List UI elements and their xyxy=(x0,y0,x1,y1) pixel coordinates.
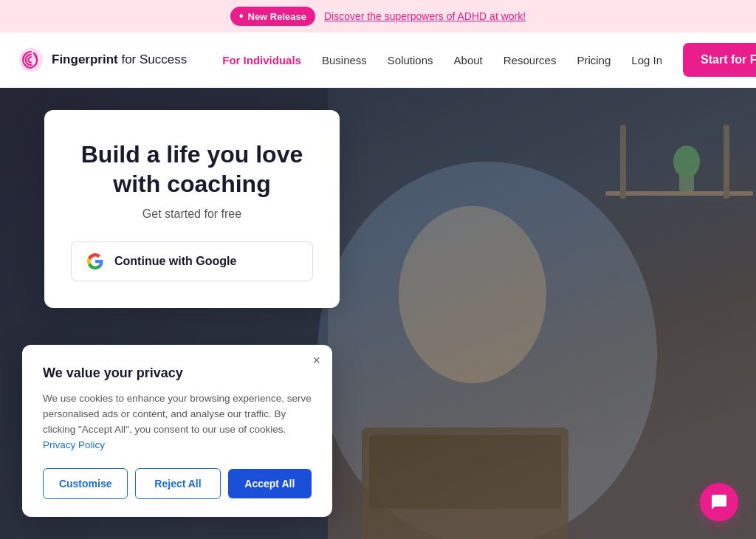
google-icon xyxy=(86,253,104,270)
svg-rect-6 xyxy=(724,125,729,199)
fingerprint-icon xyxy=(18,47,44,73)
svg-rect-10 xyxy=(369,435,561,509)
chat-bubble-button[interactable] xyxy=(700,483,738,521)
nav-item-about[interactable]: About xyxy=(445,48,492,72)
hero-card: Build a life you love with coaching Get … xyxy=(44,110,340,308)
cookie-title: We value your privacy xyxy=(43,365,312,381)
nav-item-login[interactable]: Log In xyxy=(622,48,671,72)
logo[interactable]: Fingerprint for Success xyxy=(18,47,187,73)
new-release-badge: New Release xyxy=(230,7,315,26)
navbar: Fingerprint for Success For Individuals … xyxy=(0,32,756,88)
nav-item-individuals[interactable]: For Individuals xyxy=(213,48,310,72)
start-for-free-button[interactable]: Start for Free xyxy=(683,43,756,77)
nav-links: For Individuals Business Solutions About… xyxy=(213,48,671,72)
hero-subtitle: Get started for free xyxy=(71,207,313,221)
nav-item-resources[interactable]: Resources xyxy=(495,48,566,72)
hero-section: Build a life you love with coaching Get … xyxy=(0,88,756,539)
nav-item-business[interactable]: Business xyxy=(313,48,376,72)
announcement-link[interactable]: Discover the superpowers of ADHD at work… xyxy=(324,10,526,22)
reject-all-button[interactable]: Reject All xyxy=(135,468,220,499)
hero-title: Build a life you love with coaching xyxy=(71,140,313,199)
cookie-text: We use cookies to enhance your browsing … xyxy=(43,391,312,453)
continue-with-google-button[interactable]: Continue with Google xyxy=(71,241,313,281)
cookie-close-button[interactable]: × xyxy=(312,354,320,367)
svg-point-3 xyxy=(399,206,546,383)
cookie-banner: × We value your privacy We use cookies t… xyxy=(22,345,332,517)
privacy-policy-link[interactable]: Privacy Policy xyxy=(43,439,105,450)
svg-rect-4 xyxy=(605,191,753,196)
nav-item-solutions[interactable]: Solutions xyxy=(379,48,442,72)
svg-point-8 xyxy=(673,145,700,178)
nav-item-pricing[interactable]: Pricing xyxy=(568,48,619,72)
announcement-bar: New Release Discover the superpowers of … xyxy=(0,0,756,32)
cookie-buttons: Customise Reject All Accept All xyxy=(43,468,312,499)
customise-button[interactable]: Customise xyxy=(43,468,128,499)
google-btn-label: Continue with Google xyxy=(114,255,236,268)
logo-text: Fingerprint for Success xyxy=(52,52,187,67)
svg-rect-5 xyxy=(620,125,626,199)
accept-all-button[interactable]: Accept All xyxy=(228,469,312,498)
chat-icon xyxy=(710,493,728,511)
